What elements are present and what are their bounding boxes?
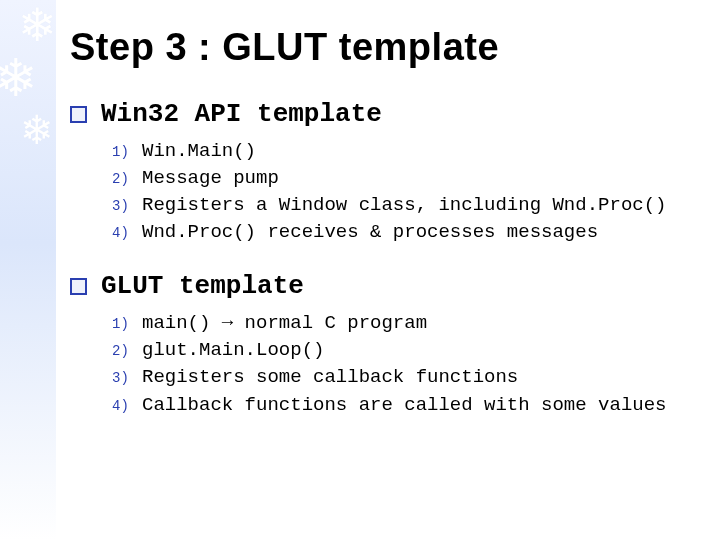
snowflake-icon: ❄	[20, 110, 54, 150]
item-number: 2)	[112, 166, 142, 188]
item-text: glut.Main.Loop()	[142, 338, 690, 363]
square-bullet-icon	[70, 278, 87, 295]
list-item: 1) main() → normal C program	[112, 311, 690, 336]
section-title: GLUT template	[101, 271, 304, 301]
list-item: 3) Registers some callback functions	[112, 365, 690, 390]
snowflake-icon: ❄	[18, 2, 56, 48]
list-item: 2) Message pump	[112, 166, 690, 191]
item-number: 3)	[112, 193, 142, 215]
item-text: Registers a Window class, including Wnd.…	[142, 193, 690, 218]
item-text: Registers some callback functions	[142, 365, 690, 390]
list-item: 1) Win.Main()	[112, 139, 690, 164]
side-decoration: ❄ ❄ ❄	[0, 0, 56, 540]
list-item: 4) Callback functions are called with so…	[112, 393, 690, 418]
section-heading: GLUT template	[70, 271, 690, 301]
section-heading: Win32 API template	[70, 99, 690, 129]
item-number: 4)	[112, 220, 142, 242]
item-text: Wnd.Proc() receives & processes messages	[142, 220, 690, 245]
item-number: 3)	[112, 365, 142, 387]
list-item: 2) glut.Main.Loop()	[112, 338, 690, 363]
item-text: main() → normal C program	[142, 311, 690, 336]
section-win32: Win32 API template 1) Win.Main() 2) Mess…	[70, 99, 690, 245]
slide-content: Step 3 : GLUT template Win32 API templat…	[56, 0, 720, 540]
section-glut: GLUT template 1) main() → normal C progr…	[70, 271, 690, 417]
item-number: 4)	[112, 393, 142, 415]
item-text: Callback functions are called with some …	[142, 393, 690, 418]
square-bullet-icon	[70, 106, 87, 123]
slide: ❄ ❄ ❄ Step 3 : GLUT template Win32 API t…	[0, 0, 720, 540]
item-number: 1)	[112, 139, 142, 161]
section-items: 1) Win.Main() 2) Message pump 3) Registe…	[112, 139, 690, 245]
item-number: 2)	[112, 338, 142, 360]
item-text: Message pump	[142, 166, 690, 191]
list-item: 4) Wnd.Proc() receives & processes messa…	[112, 220, 690, 245]
snowflake-icon: ❄	[0, 52, 38, 104]
list-item: 3) Registers a Window class, including W…	[112, 193, 690, 218]
item-number: 1)	[112, 311, 142, 333]
item-text: Win.Main()	[142, 139, 690, 164]
section-items: 1) main() → normal C program 2) glut.Mai…	[112, 311, 690, 417]
section-title: Win32 API template	[101, 99, 382, 129]
page-title: Step 3 : GLUT template	[70, 26, 690, 69]
